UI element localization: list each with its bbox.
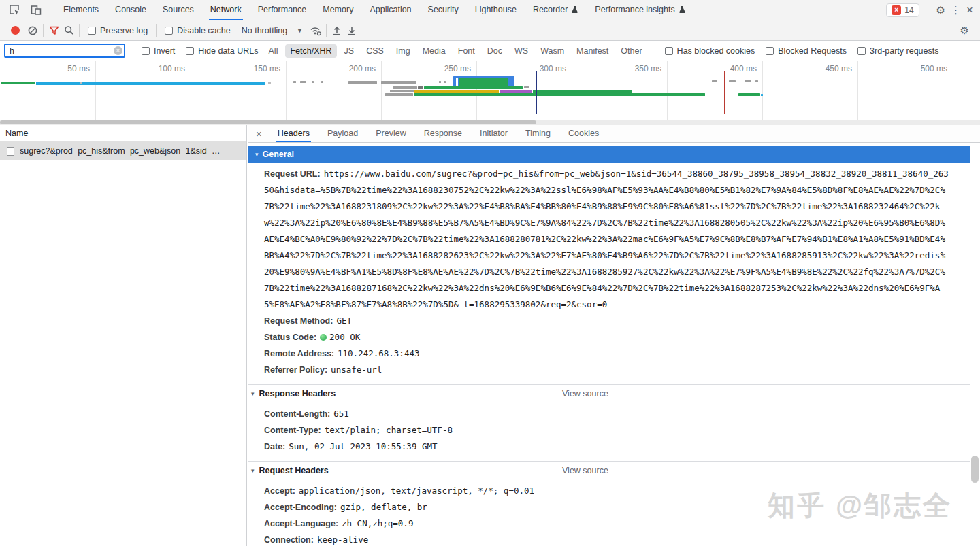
detail-tab-preview[interactable]: Preview: [374, 125, 407, 142]
filter-type-css[interactable]: CSS: [361, 44, 389, 58]
tab-console[interactable]: Console: [114, 0, 148, 20]
tick-label: 400 ms: [730, 64, 757, 73]
clear-network-log-icon[interactable]: [25, 23, 40, 38]
tab-memory[interactable]: Memory: [321, 0, 355, 20]
tick-label: 500 ms: [921, 64, 947, 73]
filter-type-ws[interactable]: WS: [510, 44, 533, 58]
has-blocked-cookies-checkbox[interactable]: Has blocked cookies: [665, 46, 755, 56]
disable-cache-checkbox[interactable]: Disable cache: [165, 26, 231, 35]
requests-table: Name sugrec?&prod=pc_his&from=pc_web&jso…: [0, 125, 247, 546]
filter-type-doc[interactable]: Doc: [483, 44, 507, 58]
console-errors-badge[interactable]: × 14: [886, 3, 919, 17]
header-name: Referrer Policy:: [264, 365, 327, 375]
tab-lighthouse[interactable]: Lighthouse: [474, 0, 518, 20]
detail-scrollbar-thumb[interactable]: [971, 456, 979, 483]
detail-tab-cookies[interactable]: Cookies: [567, 125, 600, 142]
filter-input[interactable]: [4, 44, 125, 58]
checkbox-box: [142, 47, 150, 55]
record-network-log-button[interactable]: [11, 26, 20, 35]
devtools-tabbar: ElementsConsoleSourcesNetworkPerformance…: [0, 0, 980, 20]
tab-performance[interactable]: Performance: [257, 0, 308, 20]
waterfall-bar: [321, 81, 323, 83]
view-source-link[interactable]: View source: [562, 389, 608, 398]
filter-type-other[interactable]: Other: [616, 44, 647, 58]
tick-label: 350 ms: [635, 64, 662, 73]
export-har-icon[interactable]: [344, 23, 359, 38]
tab-network[interactable]: Network: [209, 0, 243, 20]
throttling-select[interactable]: No throttling ▼: [242, 26, 303, 35]
filter-type-wasm[interactable]: Wasm: [536, 44, 569, 58]
grid-line: [95, 61, 96, 120]
throttling-value: No throttling: [242, 26, 287, 35]
table-row[interactable]: sugrec?&prod=pc_his&from=pc_web&json=1&s…: [0, 142, 246, 160]
tab-label: Security: [428, 5, 459, 14]
filter-icon[interactable]: [46, 23, 61, 38]
waterfall-bar: [414, 93, 705, 96]
search-icon[interactable]: [61, 23, 76, 38]
tab-sources[interactable]: Sources: [161, 0, 195, 20]
general-section-header[interactable]: ▾ General: [248, 146, 970, 163]
tab-label: Lighthouse: [475, 5, 517, 14]
filter-type-media[interactable]: Media: [418, 44, 451, 58]
view-source-link[interactable]: View source: [562, 466, 608, 475]
requests-area: Name sugrec?&prod=pc_his&from=pc_web&jso…: [0, 125, 980, 546]
close-devtools-icon[interactable]: ×: [966, 4, 973, 16]
tab-recorder[interactable]: Recorder: [532, 0, 580, 20]
tab-label: Memory: [323, 5, 353, 14]
filter-type-fetch-xhr[interactable]: Fetch/XHR: [285, 44, 336, 58]
tab-application[interactable]: Application: [368, 0, 412, 20]
filter-type-img[interactable]: Img: [391, 44, 415, 58]
hide-data-urls-checkbox[interactable]: Hide data URLs: [186, 46, 258, 56]
clear-filter-icon[interactable]: ×: [114, 46, 122, 55]
device-toolbar-icon[interactable]: [29, 3, 44, 18]
waterfall-bar: [390, 90, 414, 92]
close-detail-icon[interactable]: ×: [248, 125, 269, 142]
network-settings-gear-icon[interactable]: ⚙: [960, 25, 975, 35]
overview-scrollbar-thumb[interactable]: [0, 120, 536, 124]
inspect-element-icon[interactable]: [7, 3, 22, 18]
settings-gear-icon[interactable]: ⚙: [936, 5, 945, 15]
detail-tab-payload[interactable]: Payload: [326, 125, 359, 142]
filter-type-all[interactable]: All: [264, 44, 283, 58]
tab-security[interactable]: Security: [427, 0, 460, 20]
waterfall-bar: [418, 86, 423, 89]
request-headers-section-header[interactable]: ▾ Request Headers View source: [248, 462, 970, 479]
detail-tab-response[interactable]: Response: [423, 125, 463, 142]
network-conditions-icon[interactable]: [308, 23, 323, 38]
tick-label: 300 ms: [540, 64, 566, 73]
header-value: Sun, 02 Jul 2023 10:55:39 GMT: [289, 441, 437, 451]
blocked-requests-checkbox[interactable]: Blocked Requests: [766, 46, 847, 56]
kebab-menu-icon[interactable]: ⋮: [951, 5, 961, 15]
import-har-icon[interactable]: [329, 23, 344, 38]
waterfall-bar: [348, 81, 377, 84]
tab-label: Performance insights: [595, 5, 674, 14]
network-overview[interactable]: 50 ms100 ms150 ms200 ms250 ms300 ms350 m…: [0, 61, 980, 120]
filter-type-manifest[interactable]: Manifest: [572, 44, 613, 58]
response-headers-section-header[interactable]: ▾ Response Headers View source: [248, 385, 970, 403]
document-icon: [7, 147, 14, 156]
headers-panel: ▾ General Request URL:https://www.baidu.…: [248, 143, 970, 546]
preserve-log-checkbox[interactable]: Preserve log: [88, 26, 148, 35]
filter-type-js[interactable]: JS: [340, 44, 359, 58]
detail-tab-initiator[interactable]: Initiator: [478, 125, 509, 142]
tab-elements[interactable]: Elements: [62, 0, 100, 20]
invert-checkbox[interactable]: Invert: [142, 46, 175, 56]
3rd-party-requests-checkbox[interactable]: 3rd-party requests: [858, 46, 938, 56]
header-value: application/json, text/javascript, */*; …: [299, 485, 534, 496]
waterfall-bar: [761, 94, 763, 96]
hide-data-urls-label: Hide data URLs: [198, 46, 258, 56]
overview-scrollbar[interactable]: [0, 120, 980, 125]
filter-type-font[interactable]: Font: [453, 44, 480, 58]
error-icon: ×: [892, 5, 901, 15]
detail-tab-headers[interactable]: Headers: [276, 125, 311, 142]
header-value: gzip, deflate, br: [340, 502, 427, 512]
name-column-header[interactable]: Name: [0, 125, 246, 142]
tab-performance-insights[interactable]: Performance insights: [593, 0, 687, 20]
tab-label: Network: [210, 5, 242, 14]
detail-tabs: HeadersPayloadPreviewResponseInitiatorTi…: [269, 125, 608, 142]
detail-tab-timing[interactable]: Timing: [524, 125, 552, 142]
request-name: sugrec?&prod=pc_his&from=pc_web&json=1&s…: [20, 146, 220, 156]
header-row: Content-Length:651: [264, 406, 970, 422]
tick-label: 150 ms: [254, 64, 280, 73]
header-value: GET: [336, 315, 352, 326]
